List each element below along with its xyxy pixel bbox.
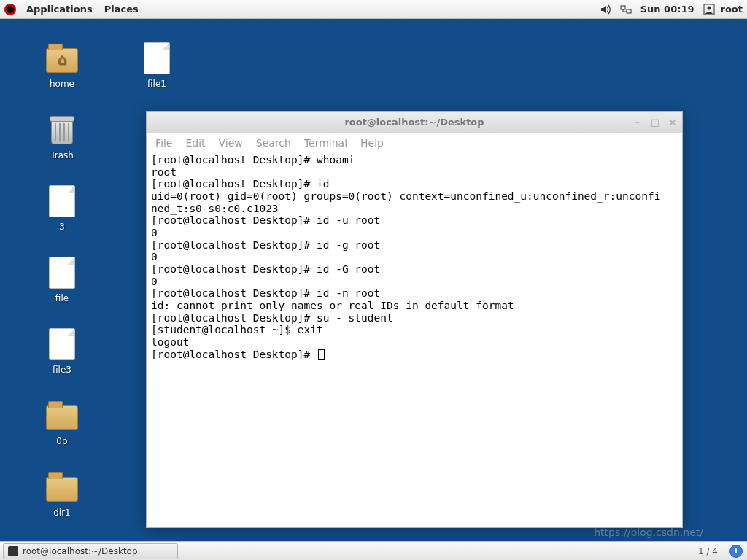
icon-label: file1	[124, 79, 190, 89]
desktop[interactable]: home file1 Trash 3 file file3 0p dir1 ro…	[0, 19, 747, 541]
distro-logo-icon	[4, 4, 16, 15]
places-menu[interactable]: Places	[98, 4, 144, 15]
menu-search[interactable]: Search	[256, 137, 291, 149]
icon-label: file	[29, 293, 95, 303]
desktop-icon-file3[interactable]: file3	[29, 327, 95, 375]
folder-icon	[46, 405, 78, 430]
icon-label: 3	[29, 222, 95, 232]
menu-view[interactable]: View	[219, 137, 243, 149]
file-icon	[144, 42, 170, 74]
file-icon	[49, 257, 75, 289]
desktop-icon-0p[interactable]: 0p	[29, 398, 95, 446]
workspace-indicator[interactable]: 1 / 4	[691, 546, 725, 556]
icon-label: dir1	[29, 508, 95, 518]
top-panel: Applications Places Sun 00:19 root	[0, 0, 747, 19]
icon-label: Trash	[29, 150, 95, 160]
network-icon[interactable]	[620, 4, 632, 15]
desktop-icon-3[interactable]: 3	[29, 184, 95, 232]
terminal-menubar: File Edit View Search Terminal Help	[147, 133, 682, 152]
svg-rect-0	[621, 6, 625, 9]
menu-help[interactable]: Help	[360, 137, 384, 149]
menu-edit[interactable]: Edit	[185, 137, 205, 149]
menu-file[interactable]: File	[155, 137, 172, 149]
icon-label: file3	[29, 365, 95, 375]
desktop-icon-trash[interactable]: Trash	[29, 112, 95, 160]
volume-icon[interactable]	[600, 4, 611, 15]
user-menu[interactable]: root	[703, 4, 743, 15]
menu-terminal[interactable]: Terminal	[304, 137, 347, 149]
task-label: root@localhost:~/Desktop	[23, 546, 138, 556]
svg-rect-1	[627, 9, 631, 13]
svg-point-3	[707, 6, 711, 9]
bottom-panel: root@localhost:~/Desktop 1 / 4 i	[0, 541, 747, 560]
desktop-icon-file1[interactable]: file1	[124, 41, 190, 89]
file-icon	[49, 328, 75, 360]
window-titlebar[interactable]: root@localhost:~/Desktop – □ ×	[147, 112, 682, 133]
desktop-icon-file[interactable]: file	[29, 255, 95, 303]
taskbar-terminal-button[interactable]: root@localhost:~/Desktop	[3, 543, 178, 559]
trash-icon	[51, 120, 73, 144]
home-folder-icon	[46, 48, 78, 73]
folder-icon	[46, 477, 78, 502]
system-tray: Sun 00:19 root	[600, 4, 743, 15]
desktop-icon-dir1[interactable]: dir1	[29, 470, 95, 518]
terminal-output[interactable]: [root@localhost Desktop]# whoami root [r…	[147, 152, 682, 527]
terminal-window[interactable]: root@localhost:~/Desktop – □ × File Edit…	[146, 111, 683, 528]
info-icon[interactable]: i	[729, 545, 743, 558]
icon-label: home	[29, 79, 95, 89]
minimize-button[interactable]: –	[632, 117, 643, 128]
file-icon	[49, 185, 75, 217]
maximize-button[interactable]: □	[650, 117, 660, 128]
close-button[interactable]: ×	[667, 117, 678, 128]
desktop-icon-home[interactable]: home	[29, 41, 95, 89]
icon-label: 0p	[29, 436, 95, 446]
terminal-icon	[8, 546, 18, 556]
applications-menu[interactable]: Applications	[20, 4, 98, 15]
clock[interactable]: Sun 00:19	[640, 4, 694, 15]
window-title: root@localhost:~/Desktop	[344, 117, 484, 128]
